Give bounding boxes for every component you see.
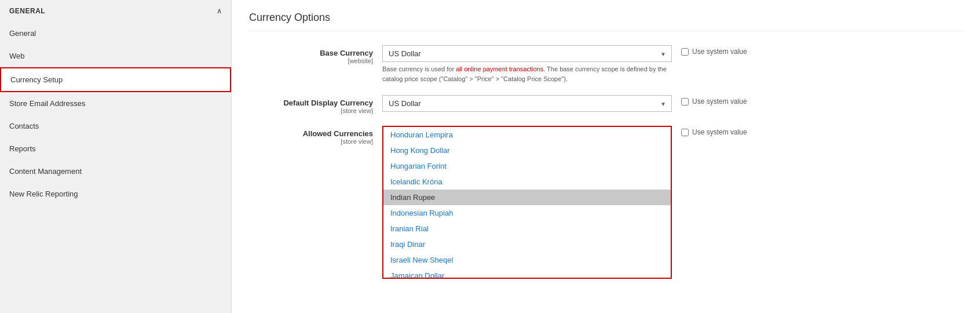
- base-currency-select-wrapper: US Dollar: [382, 45, 672, 62]
- sidebar-item-currency-setup[interactable]: Currency Setup: [0, 67, 231, 92]
- allowed-currencies-list-container: Honduran LempiraHong Kong DollarHungaria…: [382, 126, 672, 279]
- base-currency-system-value-label: Use system value: [692, 48, 747, 56]
- allowed-currencies-control: Honduran LempiraHong Kong DollarHungaria…: [382, 126, 672, 279]
- base-currency-label: Base Currency [website]: [249, 45, 382, 64]
- main-content: Currency Options Base Currency [website]…: [232, 0, 980, 313]
- list-item[interactable]: Iranian Rial: [383, 221, 671, 236]
- help-text-highlight: all online payment transactions: [456, 65, 543, 72]
- default-display-currency-label: Default Display Currency [store view]: [249, 95, 382, 114]
- list-item[interactable]: Jamaican Dollar: [383, 268, 671, 278]
- sidebar-item-web[interactable]: Web: [0, 45, 231, 67]
- list-item[interactable]: Indian Rupee: [383, 190, 671, 205]
- sidebar-item-reports[interactable]: Reports: [0, 137, 231, 160]
- base-currency-help: Base currency is used for all online pay…: [382, 64, 672, 83]
- help-text-before: Base currency is used for: [382, 65, 456, 72]
- page-title: Currency Options: [249, 12, 963, 31]
- sidebar: GENERAL ∧ GeneralWebCurrency SetupStore …: [0, 0, 232, 313]
- default-display-currency-control: US Dollar: [382, 95, 672, 112]
- list-item[interactable]: Iraqi Dinar: [383, 236, 671, 252]
- sidebar-item-general[interactable]: General: [0, 22, 231, 45]
- default-display-currency-select[interactable]: US Dollar: [382, 95, 672, 112]
- list-item[interactable]: Israeli New Sheqel: [383, 252, 671, 268]
- default-display-currency-system-value-checkbox[interactable]: [681, 98, 689, 105]
- chevron-up-icon: ∧: [217, 7, 222, 15]
- sidebar-section-header: GENERAL ∧: [0, 0, 231, 22]
- list-item[interactable]: Indonesian Rupiah: [383, 205, 671, 221]
- base-currency-select[interactable]: US Dollar: [382, 45, 672, 62]
- list-item[interactable]: Hungarian Forint: [383, 158, 671, 174]
- base-currency-system-value-checkbox[interactable]: [681, 48, 689, 56]
- base-currency-control: US Dollar Base currency is used for all …: [382, 45, 672, 83]
- allowed-currencies-list: Honduran LempiraHong Kong DollarHungaria…: [383, 127, 671, 278]
- allowed-currencies-row: Allowed Currencies [store view] Honduran…: [249, 126, 963, 279]
- allowed-currencies-system-value[interactable]: Use system value: [681, 126, 747, 136]
- default-display-currency-system-value[interactable]: Use system value: [681, 95, 747, 105]
- base-currency-row: Base Currency [website] US Dollar Base c…: [249, 45, 963, 83]
- allowed-currencies-system-value-label: Use system value: [692, 128, 747, 136]
- default-display-currency-row: Default Display Currency [store view] US…: [249, 95, 963, 114]
- sidebar-item-store-email-addresses[interactable]: Store Email Addresses: [0, 92, 231, 115]
- default-display-currency-system-value-label: Use system value: [692, 97, 747, 105]
- sidebar-item-new-relic-reporting[interactable]: New Relic Reporting: [0, 183, 231, 205]
- default-display-currency-select-wrapper: US Dollar: [382, 95, 672, 112]
- allowed-currencies-label: Allowed Currencies [store view]: [249, 126, 382, 145]
- base-currency-system-value[interactable]: Use system value: [681, 45, 747, 56]
- sidebar-item-contacts[interactable]: Contacts: [0, 115, 231, 137]
- sidebar-item-content-management[interactable]: Content Management: [0, 160, 231, 183]
- sidebar-section-label: GENERAL: [9, 7, 45, 15]
- list-item[interactable]: Hong Kong Dollar: [383, 143, 671, 158]
- allowed-currencies-system-value-checkbox[interactable]: [681, 129, 689, 136]
- list-item[interactable]: Icelandic Króna: [383, 174, 671, 190]
- list-item[interactable]: Honduran Lempira: [383, 127, 671, 143]
